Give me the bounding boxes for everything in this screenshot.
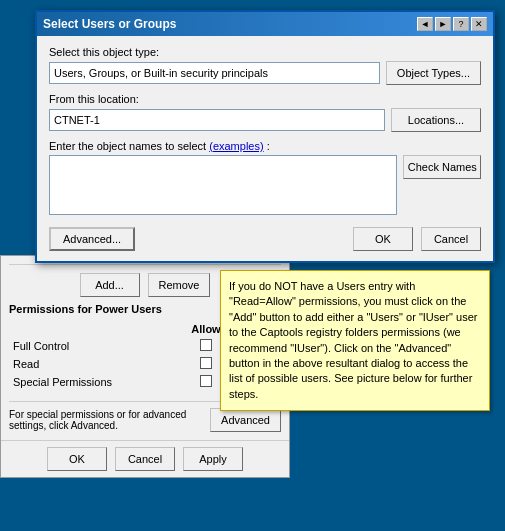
ok-button-dialog[interactable]: OK bbox=[353, 227, 413, 251]
dialog-controls: ◄ ► ? ✕ bbox=[417, 17, 487, 31]
object-type-input[interactable] bbox=[49, 62, 380, 84]
perm-name-fullcontrol: Full Control bbox=[9, 337, 181, 355]
object-names-textarea[interactable] bbox=[49, 155, 397, 215]
object-types-button[interactable]: Object Types... bbox=[386, 61, 481, 85]
help-button[interactable]: ? bbox=[453, 17, 469, 31]
object-names-label: Enter the object names to select (exampl… bbox=[49, 140, 481, 152]
object-type-row: Object Types... bbox=[49, 61, 481, 85]
check-names-button[interactable]: Check Names bbox=[403, 155, 481, 179]
location-section: From this location: Locations... bbox=[49, 93, 481, 132]
dialog-titlebar: Select Users or Groups ◄ ► ? ✕ bbox=[37, 12, 493, 36]
location-row: Locations... bbox=[49, 108, 481, 132]
forward-button[interactable]: ► bbox=[435, 17, 451, 31]
object-type-label: Select this object type: bbox=[49, 46, 481, 58]
object-type-section: Select this object type: Object Types... bbox=[49, 46, 481, 85]
cancel-button-lower[interactable]: Cancel bbox=[115, 447, 175, 471]
select-users-dialog: Select Users or Groups ◄ ► ? ✕ Select th… bbox=[35, 10, 495, 263]
object-names-section: Enter the object names to select (exampl… bbox=[49, 140, 481, 221]
location-input[interactable] bbox=[49, 109, 385, 131]
perm-name-special: Special Permissions bbox=[9, 373, 181, 391]
perm-col-name bbox=[9, 321, 181, 337]
add-button[interactable]: Add... bbox=[80, 273, 140, 297]
advanced-note-text: For special permissions or for advanced … bbox=[9, 409, 202, 431]
dialog-body: Select this object type: Object Types...… bbox=[37, 36, 493, 261]
bottom-buttons-bar: OK Cancel Apply bbox=[1, 440, 289, 477]
cancel-button-dialog[interactable]: Cancel bbox=[421, 227, 481, 251]
close-button[interactable]: ✕ bbox=[471, 17, 487, 31]
callout-text: If you do NOT have a Users entry with "R… bbox=[229, 280, 477, 400]
ok-cancel-row: OK Cancel bbox=[353, 227, 481, 251]
advanced-dialog-button[interactable]: Advanced... bbox=[49, 227, 135, 251]
remove-button[interactable]: Remove bbox=[148, 273, 211, 297]
apply-button[interactable]: Apply bbox=[183, 447, 243, 471]
dialog-bottom-row: Advanced... OK Cancel bbox=[49, 227, 481, 251]
location-label: From this location: bbox=[49, 93, 481, 105]
object-names-row: Check Names bbox=[49, 155, 481, 221]
examples-link[interactable]: (examples) bbox=[209, 140, 263, 152]
callout-box: If you do NOT have a Users entry with "R… bbox=[220, 270, 490, 411]
dialog-title: Select Users or Groups bbox=[43, 17, 176, 31]
locations-button[interactable]: Locations... bbox=[391, 108, 481, 132]
advanced-button[interactable]: Advanced bbox=[210, 408, 281, 432]
perm-name-read: Read bbox=[9, 355, 181, 373]
ok-button-lower[interactable]: OK bbox=[47, 447, 107, 471]
back-button[interactable]: ◄ bbox=[417, 17, 433, 31]
